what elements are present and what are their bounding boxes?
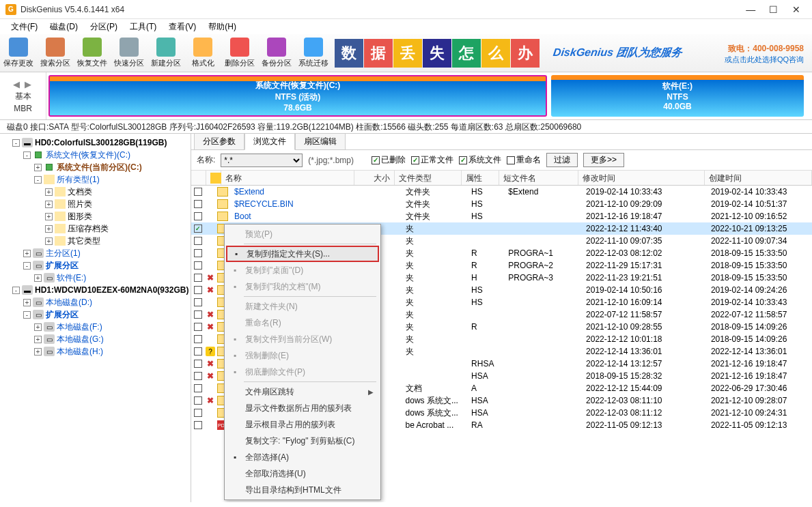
row-checkbox[interactable] [194,200,202,208]
tree-node[interactable]: +系统文件(当前分区)(C:) [1,161,189,173]
col-up[interactable] [206,171,221,185]
tree-node[interactable]: -▬HD1:WDCWD10EZEX-60M2NA0(932GB) [1,284,189,296]
expand-icon[interactable]: - [12,139,20,147]
nav-arrows-icon[interactable]: ◀ ▶ [13,79,33,89]
tab[interactable]: 分区参数 [194,133,244,149]
expand-icon[interactable]: - [12,287,20,294]
row-checkbox[interactable] [194,323,202,331]
checkbox-system[interactable]: ✓系统文件 [459,154,501,166]
tree-node[interactable]: -系统文件(恢复文件)(C:) [1,149,189,161]
tree-pane[interactable]: -▬HD0:ColorfulSL300128GB(119GB)-系统文件(恢复文… [0,134,191,502]
row-checkbox[interactable] [194,261,202,270]
expand-icon[interactable]: + [45,188,53,196]
expand-icon[interactable]: + [34,323,42,331]
filter-pattern-input[interactable]: *.* [221,154,303,167]
expand-icon[interactable]: + [45,213,53,220]
row-checkbox[interactable] [194,310,202,319]
toolbar-button[interactable]: 保存更改 [0,34,37,72]
tree-node[interactable]: +▭本地磁盘(F:) [1,321,189,333]
row-checkbox[interactable] [194,384,202,392]
menu-item[interactable]: 文件(F) [5,20,43,34]
banner-contact[interactable]: 致电：400-008-9958 或点击此处选择QQ咨询 [725,42,804,65]
tree-node[interactable]: +压缩存档类 [1,222,189,235]
tree-node[interactable]: -▭扩展分区 [1,308,189,321]
expand-icon[interactable]: + [23,299,31,306]
col-type[interactable]: 文件类型 [395,171,462,185]
row-checkbox[interactable] [194,274,202,282]
checkbox-rename[interactable]: 重命名 [507,154,541,166]
disk-nav[interactable]: ◀ ▶ 基本 MBR [0,72,46,119]
minimize-button[interactable]: — [740,4,761,15]
row-checkbox[interactable] [194,286,202,294]
col-modified[interactable]: 修改时间 [578,171,705,185]
checkbox-deleted[interactable]: ✓已删除 [372,154,406,166]
context-menu-item[interactable]: ▪全部选择(A) [226,449,379,465]
toolbar-button[interactable]: 备份分区 [258,34,295,72]
expand-icon[interactable]: + [45,201,53,208]
row-checkbox[interactable] [194,347,202,356]
toolbar-button[interactable]: 搜索分区 [37,34,74,72]
tree-node[interactable]: +图形类 [1,210,189,222]
tree-node[interactable]: +照片类 [1,198,189,210]
expand-icon[interactable]: - [34,176,42,184]
more-button[interactable]: 更多>> [583,153,624,167]
expand-icon[interactable]: + [34,164,42,171]
expand-icon[interactable]: - [23,262,31,270]
expand-icon[interactable]: + [45,237,53,245]
file-row[interactable]: $Extend文件夹HS$Extend2019-02-14 10:33:4320… [191,186,812,198]
tree-node[interactable]: -所有类型(1) [1,173,189,186]
tree-node[interactable]: +▭主分区(1) [1,247,189,259]
row-checkbox[interactable]: ✓ [194,224,202,233]
col-name[interactable]: 名称 [221,171,355,185]
tree-node[interactable]: -▬HD0:ColorfulSL300128GB(119GB) [1,136,189,149]
col-check[interactable] [191,171,206,185]
menu-item[interactable]: 分区(P) [85,20,123,34]
row-checkbox[interactable] [194,360,202,368]
tree-node[interactable]: +文档类 [1,186,189,198]
context-menu-item[interactable]: 显示文件数据所占用的簇列表 [226,400,379,416]
toolbar-button[interactable]: 恢复文件 [74,34,111,72]
row-checkbox[interactable] [194,212,202,220]
partition-e[interactable]: 软件(E:) NTFS 40.0GB [551,75,804,117]
context-menu-item[interactable]: ▪复制到指定文件夹(S)... [226,246,379,262]
expand-icon[interactable]: + [45,225,53,233]
toolbar-button[interactable]: 格式化 [184,34,221,72]
context-menu-item[interactable]: 复制文字: "Fylog" 到剪贴板(C) [226,433,379,449]
expand-icon[interactable]: + [34,348,42,356]
file-row[interactable]: $RECYCLE.BIN文件夹HS2021-12-10 09:29:092019… [191,198,812,210]
row-checkbox[interactable] [194,335,202,343]
col-short[interactable]: 短文件名 [499,171,578,185]
tree-node[interactable]: +其它类型 [1,235,189,247]
context-menu-item[interactable]: 导出目录结构到HTML文件 [226,482,379,498]
file-row[interactable]: Boot文件夹HS2021-12-16 19:18:472021-12-10 0… [191,210,812,222]
row-checkbox[interactable] [194,409,202,417]
row-checkbox[interactable] [194,188,202,196]
tree-node[interactable]: +▭本地磁盘(G:) [1,333,189,345]
tree-node[interactable]: -▭扩展分区 [1,259,189,272]
tree-node[interactable]: +▭软件(E:) [1,272,189,284]
menu-item[interactable]: 查看(V) [163,20,201,34]
expand-icon[interactable]: - [23,151,31,159]
maximize-button[interactable]: ☐ [764,4,784,15]
menu-item[interactable]: 工具(T) [124,20,162,34]
file-list[interactable]: $Extend文件夹HS$Extend2019-02-14 10:33:4320… [191,186,812,502]
close-button[interactable]: ✕ [786,4,807,15]
tab[interactable]: 浏览文件 [244,133,295,150]
toolbar-button[interactable]: 删除分区 [221,34,258,72]
col-size[interactable]: 大小 [354,171,395,185]
tree-node[interactable]: +▭本地磁盘(D:) [1,296,189,308]
row-checkbox[interactable] [194,249,202,257]
expand-icon[interactable]: - [23,311,31,319]
expand-icon[interactable]: + [23,250,31,257]
row-checkbox[interactable] [194,237,202,245]
expand-icon[interactable]: + [34,336,42,343]
expand-icon[interactable]: + [34,274,42,282]
filter-button[interactable]: 过滤 [546,153,578,167]
col-created[interactable]: 创建时间 [705,171,812,185]
row-checkbox[interactable] [194,372,202,380]
toolbar-button[interactable]: 系统迁移 [295,34,332,72]
checkbox-normal[interactable]: ✓正常文件 [411,154,453,166]
toolbar-button[interactable]: 快速分区 [111,34,148,72]
menu-item[interactable]: 帮助(H) [203,20,242,34]
up-folder-icon[interactable] [210,173,221,184]
